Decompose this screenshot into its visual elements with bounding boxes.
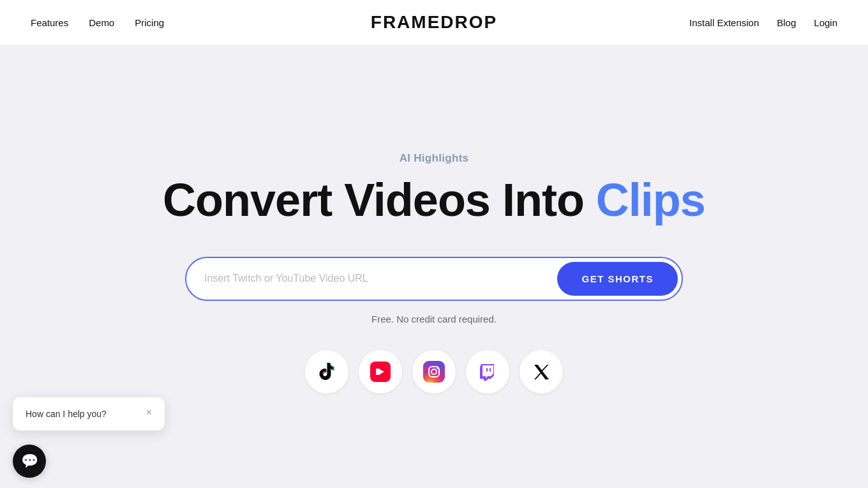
nav-right: Install Extension Blog Login — [689, 17, 837, 28]
url-input-container: GET SHORTS — [185, 257, 683, 301]
nav-features[interactable]: Features — [31, 17, 68, 28]
free-text: Free. No credit card required. — [371, 314, 497, 324]
instagram-icon[interactable] — [412, 350, 456, 393]
nav-blog[interactable]: Blog — [777, 17, 796, 28]
hero-title-part1: Convert Videos Into — [163, 174, 596, 225]
chat-bubble-button[interactable]: 💬 — [13, 445, 46, 478]
svg-point-6 — [437, 367, 438, 369]
svg-rect-3 — [423, 361, 445, 383]
tiktok-icon[interactable] — [305, 350, 348, 393]
hero-title-highlight: Clips — [596, 174, 705, 225]
youtube-shorts-icon[interactable] — [359, 350, 402, 393]
twitch-icon[interactable] — [466, 350, 509, 393]
svg-rect-2 — [379, 369, 380, 375]
chat-bubble-icon: 💬 — [21, 453, 38, 469]
nav-left: Features Demo Pricing — [31, 17, 164, 28]
nav-demo[interactable]: Demo — [89, 17, 114, 28]
nav-login[interactable]: Login — [814, 17, 837, 28]
site-logo[interactable]: FRAMEDROP — [371, 12, 497, 33]
nav-install-extension[interactable]: Install Extension — [689, 17, 759, 28]
nav-pricing[interactable]: Pricing — [135, 17, 164, 28]
chat-popup: How can I help you? × — [13, 397, 165, 431]
get-shorts-button[interactable]: GET SHORTS — [557, 262, 678, 296]
svg-rect-8 — [486, 368, 488, 372]
navbar: Features Demo Pricing FRAMEDROP Install … — [0, 0, 868, 45]
url-input[interactable] — [186, 259, 553, 298]
chat-close-button[interactable]: × — [146, 408, 152, 418]
social-icons-row — [305, 350, 563, 393]
hero-subtitle: AI Highlights — [400, 152, 469, 165]
chat-popup-text: How can I help you? — [26, 409, 107, 419]
x-twitter-icon[interactable] — [520, 350, 563, 393]
svg-rect-1 — [376, 369, 378, 375]
svg-rect-7 — [490, 368, 491, 372]
hero-title: Convert Videos Into Clips — [163, 175, 705, 225]
